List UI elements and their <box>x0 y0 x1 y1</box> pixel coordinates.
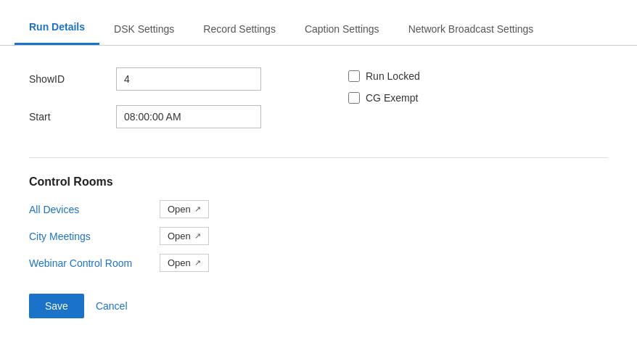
run-locked-checkbox[interactable] <box>348 70 360 82</box>
room-name-city-meetings[interactable]: City Meetings <box>29 231 160 242</box>
open-button-all-devices[interactable]: Open ↗ <box>160 200 209 218</box>
tab-network-broadcast-settings[interactable]: Network Broadcast Settings <box>394 16 548 45</box>
run-locked-label: Run Locked <box>366 70 420 82</box>
room-name-webinar[interactable]: Webinar Control Room <box>29 257 160 269</box>
control-room-row-0: All Devices Open ↗ <box>29 200 608 218</box>
save-button[interactable]: Save <box>29 294 84 318</box>
tab-run-details[interactable]: Run Details <box>15 14 99 45</box>
start-input[interactable] <box>116 105 261 128</box>
run-locked-row: Run Locked <box>348 70 420 82</box>
control-rooms-section: Control Rooms All Devices Open ↗ City Me… <box>29 175 608 272</box>
section-divider <box>29 157 608 158</box>
bottom-buttons: Save Cancel <box>29 294 608 318</box>
open-button-webinar[interactable]: Open ↗ <box>160 254 209 272</box>
form-and-checkboxes: ShowID Start Run Locked CG Exempt <box>29 67 608 143</box>
main-content: ShowID Start Run Locked CG Exempt Contro… <box>0 46 637 340</box>
cg-exempt-row: CG Exempt <box>348 92 420 104</box>
room-name-all-devices[interactable]: All Devices <box>29 204 160 215</box>
tab-dsk-settings[interactable]: DSK Settings <box>99 16 189 45</box>
form-fields: ShowID Start <box>29 67 261 143</box>
control-rooms-title: Control Rooms <box>29 175 608 189</box>
showid-label: ShowID <box>29 73 116 85</box>
cg-exempt-label: CG Exempt <box>366 92 418 104</box>
tab-record-settings[interactable]: Record Settings <box>189 16 290 45</box>
tab-caption-settings[interactable]: Caption Settings <box>290 16 394 45</box>
tab-bar: Run Details DSK Settings Record Settings… <box>0 0 637 46</box>
open-button-city-meetings[interactable]: Open ↗ <box>160 227 209 245</box>
start-label: Start <box>29 111 116 123</box>
start-row: Start <box>29 105 261 128</box>
checkbox-area: Run Locked CG Exempt <box>348 67 420 114</box>
showid-row: ShowID <box>29 67 261 91</box>
external-link-icon-0: ↗ <box>194 204 201 214</box>
control-room-row-1: City Meetings Open ↗ <box>29 227 608 245</box>
control-room-row-2: Webinar Control Room Open ↗ <box>29 254 608 272</box>
showid-input[interactable] <box>116 67 261 91</box>
cg-exempt-checkbox[interactable] <box>348 92 360 104</box>
external-link-icon-1: ↗ <box>194 231 201 241</box>
cancel-button[interactable]: Cancel <box>96 300 128 312</box>
external-link-icon-2: ↗ <box>194 258 201 268</box>
